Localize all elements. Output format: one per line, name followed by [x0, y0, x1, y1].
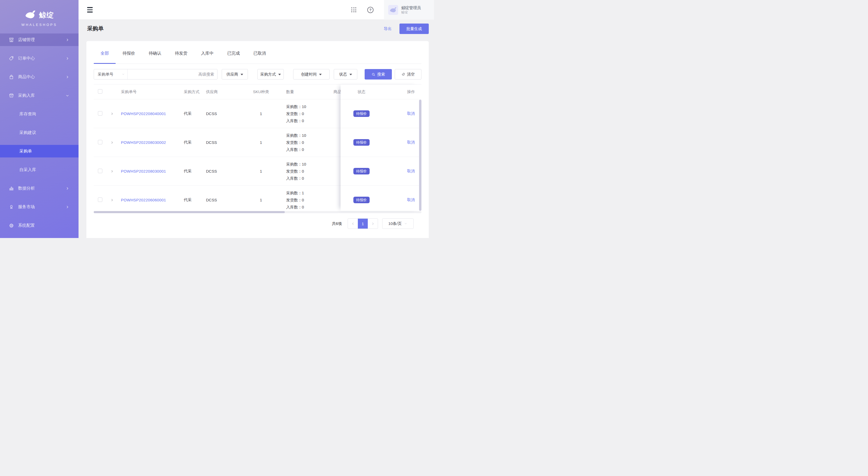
- whale-logo-icon: [24, 9, 36, 21]
- search-button[interactable]: 搜索: [365, 69, 392, 79]
- topbar: ? 鲸绽管理员 鲸绽: [79, 0, 434, 20]
- col-header-supplier: 供应商: [206, 90, 238, 94]
- status-badge: 待报价: [353, 110, 370, 117]
- sidebar-item-service-market[interactable]: 服务市场: [0, 201, 79, 213]
- expand-row-icon[interactable]: [111, 199, 114, 202]
- row-checkbox[interactable]: [98, 169, 102, 173]
- chevron-right-icon: [66, 187, 69, 190]
- sidebar-item-label: 服务市场: [18, 204, 35, 210]
- current-page[interactable]: 1: [358, 219, 368, 229]
- cancel-link[interactable]: 取消: [407, 140, 415, 144]
- pagination: 共6项 1 10条/页: [94, 218, 422, 229]
- status-badge: 待报价: [353, 197, 370, 203]
- award-icon: [9, 204, 14, 210]
- cell-supplier: DCSS: [206, 140, 238, 145]
- chevron-right-icon: [66, 75, 69, 79]
- sidebar-item-label: 商品中心: [18, 74, 35, 80]
- purchase-qty: 10: [302, 104, 306, 109]
- expand-row-icon[interactable]: [111, 170, 114, 173]
- page-size-select[interactable]: 10条/页: [382, 218, 413, 229]
- tab-pending-confirm[interactable]: 待确认: [142, 43, 168, 64]
- chevron-right-icon: [66, 57, 69, 60]
- sidebar-item-label: 库存查询: [19, 111, 36, 117]
- batch-generate-button[interactable]: 批量生成: [399, 24, 429, 34]
- page-header: 采购单 导出 批量生成: [86, 20, 429, 41]
- dropdown-triangle-icon: [319, 74, 322, 75]
- select-all-checkbox[interactable]: [98, 89, 102, 94]
- clear-button[interactable]: 清空: [395, 69, 422, 79]
- sidebar-item-system-config[interactable]: 系统配置: [0, 219, 79, 232]
- sidebar-item-purchase-suggestion[interactable]: 采购建议: [0, 126, 79, 139]
- vertical-scrollbar-thumb[interactable]: [419, 100, 422, 211]
- purchase-order-card: 全部 待报价 待确认 待发货 入库中 已完成 已取消 采购单号 高级搜索: [86, 41, 429, 238]
- cell-method: 代采: [184, 140, 206, 145]
- expand-row-icon[interactable]: [111, 112, 114, 115]
- prev-page-button[interactable]: [348, 219, 358, 229]
- sidebar-item-store-management[interactable]: 店铺管理: [0, 33, 79, 46]
- row-checkbox[interactable]: [98, 198, 102, 202]
- cancel-link[interactable]: 取消: [407, 111, 415, 115]
- received-qty: 0: [302, 147, 304, 152]
- user-org: 鲸绽: [401, 10, 421, 15]
- status-badge: 待报价: [353, 168, 370, 175]
- tab-pending-ship[interactable]: 待发货: [168, 43, 194, 64]
- sidebar-item-product-center[interactable]: 商品中心: [0, 71, 79, 83]
- horizontal-scrollbar-thumb[interactable]: [94, 211, 285, 213]
- cell-method: 代采: [184, 111, 206, 116]
- horizontal-scrollbar[interactable]: [94, 211, 422, 213]
- sidebar-item-label: 采购建议: [19, 130, 36, 135]
- cell-supplier: DCSS: [206, 198, 238, 202]
- sidebar-item-order-center[interactable]: 订单中心: [0, 52, 79, 65]
- cell-supplier: DCSS: [206, 169, 238, 173]
- cancel-link[interactable]: 取消: [407, 169, 415, 173]
- bar-chart-icon: [9, 186, 14, 191]
- export-link[interactable]: 导出: [384, 26, 392, 31]
- pager: 1: [348, 218, 378, 229]
- supplier-filter[interactable]: 供应商: [222, 69, 248, 79]
- tab-completed[interactable]: 已完成: [220, 43, 247, 64]
- cell-quantity: 采购数：10 发货数：0 入库数：0: [284, 161, 334, 182]
- apps-grid-icon[interactable]: [351, 7, 356, 12]
- sidebar-item-self-purchase-inbound[interactable]: 自采入库: [0, 164, 79, 176]
- vertical-scrollbar[interactable]: [419, 100, 422, 211]
- cancel-link[interactable]: 取消: [407, 198, 415, 202]
- sidebar-item-inventory-query[interactable]: 库存查询: [0, 108, 79, 120]
- sidebar-item-purchase-order[interactable]: 采购单: [0, 145, 79, 158]
- row-checkbox[interactable]: [98, 111, 102, 115]
- cell-quantity: 采购数：10 发货数：0 入库数：0: [284, 132, 334, 153]
- status-filter[interactable]: 状态: [334, 69, 357, 79]
- order-id-link[interactable]: POWHSP202208040001: [121, 111, 166, 116]
- help-icon[interactable]: ?: [367, 7, 374, 13]
- order-id-link[interactable]: POWHSP202208030002: [121, 140, 166, 145]
- sidebar-item-label: 自采入库: [19, 167, 36, 173]
- hamburger-menu-icon[interactable]: [87, 7, 93, 12]
- sidebar-item-data-analysis[interactable]: 数据分析: [0, 182, 79, 195]
- tab-pending-quote[interactable]: 待报价: [116, 43, 142, 64]
- next-page-button[interactable]: [368, 219, 378, 229]
- search-input[interactable]: 高级搜索: [128, 69, 217, 79]
- sidebar-item-purchase-inbound[interactable]: 采购入库: [0, 89, 79, 102]
- search-field-selector[interactable]: 采购单号: [94, 69, 128, 79]
- user-panel[interactable]: 鲸绽管理员 鲸绽: [384, 0, 434, 20]
- dropdown-triangle-icon: [241, 74, 243, 75]
- col-header-order-no: 采购单号: [121, 90, 184, 94]
- sidebar: 鲸绽 WHALESHOPS 店铺管理 订单中心: [0, 0, 79, 238]
- tab-all[interactable]: 全部: [94, 43, 116, 64]
- advanced-search-link[interactable]: 高级搜索: [198, 72, 214, 77]
- fixed-row: 待报价 取消: [341, 186, 419, 211]
- expand-row-icon[interactable]: [111, 141, 114, 144]
- purchase-qty: 10: [302, 133, 306, 138]
- sidebar-item-label: 采购入库: [18, 93, 35, 98]
- purchase-qty: 10: [302, 162, 306, 166]
- purchase-method-filter[interactable]: 采购方式: [257, 69, 284, 79]
- page-title: 采购单: [87, 25, 104, 32]
- filter-bar: 采购单号 高级搜索 供应商 采购方式 创建时间 状态: [94, 69, 422, 79]
- chevron-down-icon: [66, 94, 69, 97]
- tab-cancelled[interactable]: 已取消: [247, 43, 273, 64]
- order-id-link[interactable]: POWHSP202208030001: [121, 169, 166, 173]
- row-checkbox[interactable]: [98, 140, 102, 144]
- order-id-link[interactable]: POWHSP202206060001: [121, 198, 166, 202]
- whaleshops-app: 鲸绽 WHALESHOPS 店铺管理 订单中心: [0, 0, 434, 238]
- created-time-filter[interactable]: 创建时间: [293, 69, 330, 79]
- tab-inbound[interactable]: 入库中: [194, 43, 220, 64]
